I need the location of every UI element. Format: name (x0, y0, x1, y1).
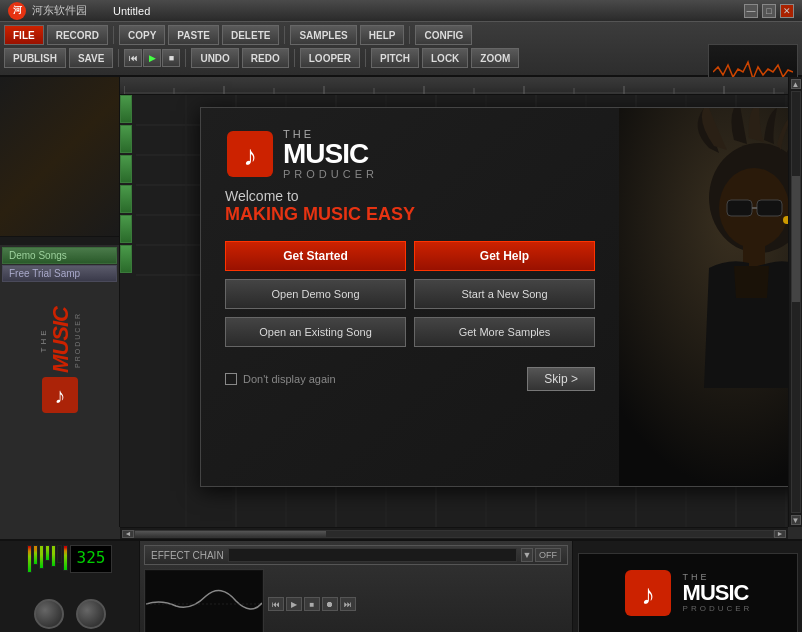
config-button[interactable]: CONFIG (415, 25, 472, 45)
open-demo-button[interactable]: Open Demo Song (225, 279, 406, 309)
scroll-left-button[interactable]: ◄ (122, 530, 134, 538)
main-area: Demo Songs Free Trial Samp THE MUSIC PRO… (0, 77, 802, 527)
logo-producer: PRODUCER (283, 168, 378, 180)
dont-show-checkbox[interactable] (225, 373, 237, 385)
get-more-samples-button[interactable]: Get More Samples (414, 317, 595, 347)
welcome-footer: Don't display again Skip > (225, 367, 595, 391)
transport-controls: ⏮ ▶ ■ (124, 49, 180, 67)
redo-button[interactable]: REDO (242, 48, 289, 68)
separator2 (284, 26, 285, 44)
h-scroll-thumb[interactable] (135, 531, 326, 537)
track-ruler (120, 77, 788, 95)
welcome-logo: ♪ THE MUSIC PRODUCER (225, 128, 595, 180)
start-new-song-button[interactable]: Start a New Song (414, 279, 595, 309)
skip-button[interactable]: Skip > (527, 367, 595, 391)
welcome-left-panel: ♪ THE MUSIC PRODUCER Welcome to MAKING M… (201, 108, 619, 486)
vol-slider-4[interactable] (120, 185, 132, 213)
scroll-thumb[interactable] (792, 176, 800, 302)
scroll-track[interactable] (791, 91, 801, 513)
minimize-button[interactable]: — (744, 4, 758, 18)
toolbar-row2: PUBLISH SAVE ⏮ ▶ ■ UNDO REDO LOOPER PITC… (4, 48, 798, 68)
mid-btn-row: Open Demo Song Start a New Song (225, 279, 595, 309)
open-existing-button[interactable]: Open an Existing Song (225, 317, 406, 347)
h-scroll-track[interactable] (134, 530, 774, 538)
effect-down-button[interactable]: ▼ (521, 548, 533, 562)
scroll-up-button[interactable]: ▲ (791, 79, 801, 89)
sidebar-icon-area: ♪ (0, 375, 119, 415)
welcome-to-text: Welcome to (225, 188, 595, 204)
separator1 (113, 26, 114, 44)
bt-stop-button[interactable]: ■ (304, 597, 320, 611)
music-note-icon: ♪ (40, 375, 80, 415)
effect-chain-label: EFFECT CHAIN (151, 550, 224, 561)
stop-button[interactable]: ■ (162, 49, 180, 67)
demo-songs-item[interactable]: Demo Songs (2, 247, 117, 264)
vu-meter-group (27, 545, 68, 573)
title-bar-controls: — □ ✕ (744, 4, 794, 18)
bottom-music-text: MUSIC (683, 582, 753, 604)
svg-text:♪: ♪ (54, 383, 65, 408)
bottom-producer-text: PRODUCER (683, 604, 753, 613)
effect-off-toggle[interactable]: OFF (535, 548, 561, 562)
delete-button[interactable]: DELETE (222, 25, 279, 45)
copy-button[interactable]: COPY (119, 25, 165, 45)
bt-prev-button[interactable]: ⏮ (268, 597, 284, 611)
pitch-button[interactable]: PITCH (371, 48, 419, 68)
sidebar-list: Demo Songs Free Trial Samp (0, 245, 119, 285)
vol-slider-2[interactable] (120, 125, 132, 153)
svg-rect-42 (757, 200, 782, 216)
free-trial-item[interactable]: Free Trial Samp (2, 265, 117, 282)
vu-bar-3 (39, 545, 44, 569)
bt-next-button[interactable]: ⏭ (340, 597, 356, 611)
eq-display (144, 569, 264, 632)
scroll-down-button[interactable]: ▼ (791, 515, 801, 525)
bt-rec-button[interactable]: ⏺ (322, 597, 338, 611)
maximize-button[interactable]: □ (762, 4, 776, 18)
close-button[interactable]: ✕ (780, 4, 794, 18)
right-scrollbar[interactable]: ▲ ▼ (788, 77, 802, 527)
play-button[interactable]: ▶ (143, 49, 161, 67)
person-image (619, 108, 788, 486)
looper-button[interactable]: LOOPER (300, 48, 360, 68)
bottom-transport-row: ⏮ ▶ ■ ⏺ ⏭ (268, 569, 356, 632)
undo-button[interactable]: UNDO (191, 48, 238, 68)
volume-knob[interactable] (34, 599, 64, 629)
save-button[interactable]: SAVE (69, 48, 114, 68)
bpm-knob[interactable] (76, 599, 106, 629)
svg-rect-41 (727, 200, 752, 216)
window-title: Untitled (113, 5, 150, 17)
file-button[interactable]: FILE (4, 25, 44, 45)
get-started-button[interactable]: Get Started (225, 241, 406, 271)
welcome-buttons-area: Get Started Get Help Open Demo Song Star… (225, 241, 595, 347)
paste-button[interactable]: PASTE (168, 25, 219, 45)
dont-show-label: Don't display again (243, 373, 336, 385)
app-logo: 河 (8, 2, 26, 20)
svg-text:♪: ♪ (641, 579, 655, 610)
vol-slider-1[interactable] (120, 95, 132, 123)
bottom-mid-area: EFFECT CHAIN ▼ OFF ⏮ ▶ ■ ⏺ ⏭ (140, 541, 572, 632)
knob-row: VOLUME BPM (33, 599, 107, 632)
lock-button[interactable]: LOCK (422, 48, 468, 68)
get-help-button[interactable]: Get Help (414, 241, 595, 271)
publish-button[interactable]: PUBLISH (4, 48, 66, 68)
vol-slider-6[interactable] (120, 245, 132, 273)
effect-area[interactable] (228, 548, 517, 562)
horizontal-scrollbar[interactable]: ◄ ► (120, 527, 788, 539)
sidebar-music-text: MUSIC (47, 307, 73, 373)
separator6 (294, 49, 295, 67)
record-button[interactable]: RECORD (47, 25, 108, 45)
zoom-button[interactable]: ZOOM (471, 48, 519, 68)
welcome-content: ♪ THE MUSIC PRODUCER Welcome to MAKING M… (201, 108, 788, 486)
scroll-right-button[interactable]: ► (774, 530, 786, 538)
sidebar-preview (0, 77, 119, 237)
vol-slider-3[interactable] (120, 155, 132, 183)
vol-slider-5[interactable] (120, 215, 132, 243)
left-sidebar: Demo Songs Free Trial Samp THE MUSIC PRO… (0, 77, 120, 527)
volume-knob-container: VOLUME (33, 599, 67, 632)
eq-area: ⏮ ▶ ■ ⏺ ⏭ (144, 569, 568, 632)
help-button[interactable]: HELP (360, 25, 405, 45)
bt-play-button[interactable]: ▶ (286, 597, 302, 611)
bottom-controls-left: 325 VOLUME BPM (0, 541, 140, 632)
samples-button[interactable]: SAMPLES (290, 25, 356, 45)
prev-button[interactable]: ⏮ (124, 49, 142, 67)
